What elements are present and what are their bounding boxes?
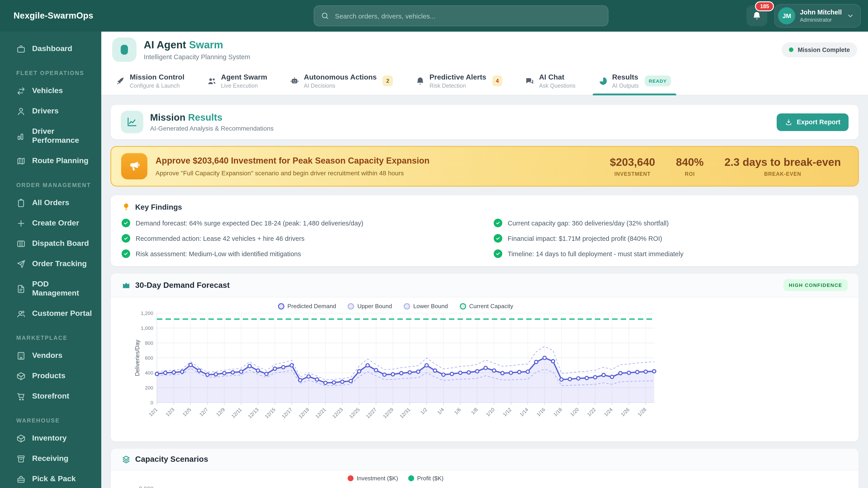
legend-label: Predicted Demand bbox=[287, 303, 336, 310]
sidebar-item-dashboard[interactable]: Dashboard bbox=[0, 39, 101, 59]
sidebar-section-order-management: ORDER MANAGEMENT bbox=[0, 171, 101, 193]
svg-text:12/23: 12/23 bbox=[331, 407, 344, 420]
main-content: Mission Results AI-Generated Analysis & … bbox=[101, 95, 868, 488]
recommendation-metrics: $203,640INVESTMENT840%ROI2.3 days to bre… bbox=[610, 156, 848, 177]
svg-text:12/9: 12/9 bbox=[215, 407, 226, 418]
sidebar-item-label: Drivers bbox=[32, 107, 59, 116]
finding-text: Demand forecast: 64% surge expected Dec … bbox=[135, 219, 364, 227]
sidebar-item-order-tracking[interactable]: Order Tracking bbox=[0, 254, 101, 274]
svg-text:1/26: 1/26 bbox=[620, 407, 631, 418]
notifications-button[interactable]: 185 bbox=[747, 5, 767, 26]
user-menu[interactable]: JM John Mitchell Administrator bbox=[775, 4, 861, 28]
tab-label: Mission Control bbox=[130, 73, 184, 81]
sidebar-item-vehicles[interactable]: Vehicles bbox=[0, 81, 101, 101]
sidebar-item-products[interactable]: Products bbox=[0, 366, 101, 386]
lunch-icon bbox=[16, 474, 26, 484]
svg-text:12/7: 12/7 bbox=[198, 407, 209, 418]
sidebar-item-label: Customer Portal bbox=[32, 309, 92, 318]
legend-item-predicted-demand[interactable]: Predicted Demand bbox=[278, 303, 336, 310]
sidebar-item-pick-pack[interactable]: Pick & Pack bbox=[0, 469, 101, 488]
tab-results[interactable]: ResultsAI OutputsREADY bbox=[597, 68, 672, 95]
metric-label: ROI bbox=[676, 171, 704, 177]
check-icon bbox=[494, 250, 502, 258]
search-input[interactable] bbox=[334, 11, 601, 20]
legend-swatch-icon bbox=[404, 303, 410, 309]
svg-text:1,200: 1,200 bbox=[141, 311, 153, 316]
sidebar-item-route-planning[interactable]: Route Planning bbox=[0, 151, 101, 171]
sidebar-section-fleet-operations: FLEET OPERATIONS bbox=[0, 59, 101, 81]
topbar: 185 JM John Mitchell Administrator bbox=[101, 0, 868, 32]
svg-text:12/31: 12/31 bbox=[399, 407, 412, 420]
sidebar-item-driver-performance[interactable]: Driver Performance bbox=[0, 122, 101, 151]
bell-icon bbox=[415, 76, 425, 86]
finding-text: Current capacity gap: 360 deliveries/day… bbox=[508, 219, 669, 227]
legend-item-lower-bound[interactable]: Lower Bound bbox=[404, 303, 448, 310]
tab-badge: 4 bbox=[492, 75, 502, 86]
legend-item-investment-k[interactable]: Investment ($K) bbox=[348, 475, 398, 482]
finding-item: Risk assessment: Medium-Low with identif… bbox=[122, 250, 475, 258]
archive-icon bbox=[16, 454, 26, 463]
send-icon bbox=[16, 259, 26, 269]
robot-icon bbox=[290, 76, 299, 86]
sidebar-item-dispatch-board[interactable]: Dispatch Board bbox=[0, 234, 101, 254]
status-dot-icon bbox=[789, 47, 794, 52]
user-name: John Mitchell bbox=[800, 8, 842, 16]
legend-item-current-capacity[interactable]: Current Capacity bbox=[460, 303, 513, 310]
recommendation-banner: Approve $203,640 Investment for Peak Sea… bbox=[110, 146, 859, 187]
svg-text:1/20: 1/20 bbox=[569, 407, 580, 418]
svg-text:1/12: 1/12 bbox=[502, 407, 513, 418]
page-subtitle: Intelligent Capacity Planning System bbox=[144, 53, 782, 61]
tab-predictive-alerts[interactable]: Predictive AlertsRisk Detection4 bbox=[414, 68, 503, 95]
legend-item-profit-k[interactable]: Profit ($K) bbox=[408, 475, 443, 482]
sidebar-item-all-orders[interactable]: All Orders bbox=[0, 193, 101, 213]
sidebar-item-label: Pick & Pack bbox=[32, 475, 76, 484]
app-logo[interactable]: Nexgile-SwarmOps bbox=[0, 0, 101, 32]
tab-agent-swarm[interactable]: Agent SwarmLive Execution bbox=[206, 68, 268, 95]
sidebar-item-create-order[interactable]: Create Order bbox=[0, 213, 101, 234]
sidebar-item-pod-management[interactable]: POD Management bbox=[0, 274, 101, 304]
svg-text:1/22: 1/22 bbox=[586, 407, 597, 418]
forecast-legend: Predicted DemandUpper BoundLower BoundCu… bbox=[133, 303, 658, 310]
tab-autonomous-actions[interactable]: Autonomous ActionsAI Decisions2 bbox=[289, 68, 394, 95]
finding-item: Recommended action: Lease 42 vehicles + … bbox=[122, 234, 475, 242]
svg-text:1/18: 1/18 bbox=[552, 407, 563, 418]
finding-item: Timeline: 14 days to full deployment - m… bbox=[494, 250, 848, 258]
legend-label: Upper Bound bbox=[358, 303, 392, 310]
sidebar-item-inventory[interactable]: Inventory bbox=[0, 428, 101, 449]
svg-text:0: 0 bbox=[151, 400, 153, 405]
export-report-button[interactable]: Export Report bbox=[777, 113, 848, 131]
app-name: Nexgile-SwarmOps bbox=[13, 11, 93, 21]
sidebar-item-vendors[interactable]: Vendors bbox=[0, 346, 101, 366]
tab-badge: READY bbox=[645, 75, 671, 86]
page-title: AI Agent Swarm bbox=[144, 39, 782, 51]
metric-label: INVESTMENT bbox=[610, 171, 655, 177]
finding-text: Financial impact: $1.71M projected profi… bbox=[508, 235, 662, 242]
tab-ai-chat[interactable]: AI ChatAsk Questions bbox=[524, 68, 577, 95]
sidebar-item-storefront[interactable]: Storefront bbox=[0, 386, 101, 406]
sidebar-item-customer-portal[interactable]: Customer Portal bbox=[0, 303, 101, 324]
package-icon bbox=[16, 433, 26, 443]
check-icon bbox=[122, 234, 130, 242]
tab-sublabel: AI Decisions bbox=[304, 83, 377, 89]
sidebar-item-label: Vehicles bbox=[32, 87, 63, 96]
sidebar-item-label: Receiving bbox=[32, 454, 68, 463]
demand-forecast-chart: 02004006008001,0001,20012/112/312/512/71… bbox=[133, 310, 658, 438]
metric-break-even: 2.3 days to break-evenBREAK-EVEN bbox=[724, 156, 841, 177]
sidebar-nav: DashboardFLEET OPERATIONSVehiclesDrivers… bbox=[0, 32, 101, 488]
sidebar-item-label: Dispatch Board bbox=[32, 239, 89, 248]
global-search[interactable] bbox=[314, 5, 609, 26]
sidebar-section-warehouse: WAREHOUSE bbox=[0, 406, 101, 428]
tab-badge: 2 bbox=[383, 75, 393, 86]
tab-mission-control[interactable]: Mission ControlConfigure & Launch bbox=[115, 68, 185, 95]
metric-investment: $203,640INVESTMENT bbox=[610, 156, 655, 177]
finding-item: Financial impact: $1.71M projected profi… bbox=[494, 234, 848, 242]
legend-item-upper-bound[interactable]: Upper Bound bbox=[348, 303, 392, 310]
sidebar-item-receiving[interactable]: Receiving bbox=[0, 449, 101, 469]
confidence-badge: HIGH CONFIDENCE bbox=[783, 279, 848, 291]
brain-icon bbox=[112, 37, 136, 62]
capacity-scenarios-card: Capacity Scenarios Investment ($K)Profit… bbox=[110, 448, 859, 488]
legend-swatch-icon bbox=[348, 475, 353, 481]
sidebar-item-drivers[interactable]: Drivers bbox=[0, 101, 101, 122]
metric-value: 2.3 days to break-even bbox=[724, 156, 841, 168]
results-title: Mission Results bbox=[150, 112, 777, 123]
